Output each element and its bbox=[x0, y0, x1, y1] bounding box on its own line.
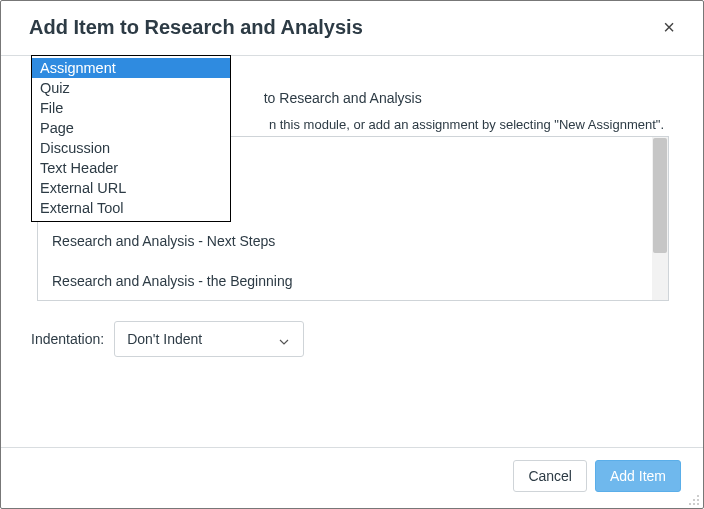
add-item-button[interactable]: Add Item bbox=[595, 460, 681, 492]
dropdown-option-quiz[interactable]: Quiz bbox=[32, 78, 230, 98]
chevron-down-icon bbox=[279, 334, 289, 344]
hint-tail-text: n this module, or add an assignment by s… bbox=[269, 117, 664, 132]
item-type-dropdown[interactable]: Assignment Quiz File Page Discussion Tex… bbox=[31, 55, 231, 222]
svg-point-2 bbox=[693, 499, 695, 501]
dropdown-option-assignment[interactable]: Assignment bbox=[32, 58, 230, 78]
svg-point-4 bbox=[689, 503, 691, 505]
dialog-footer: Cancel Add Item bbox=[1, 447, 703, 508]
dropdown-option-file[interactable]: File bbox=[32, 98, 230, 118]
dropdown-option-text-header[interactable]: Text Header bbox=[32, 158, 230, 178]
svg-point-1 bbox=[697, 495, 699, 497]
scrollbar-thumb[interactable] bbox=[653, 138, 667, 253]
indentation-label: Indentation: bbox=[31, 331, 104, 347]
svg-point-3 bbox=[697, 499, 699, 501]
close-icon: × bbox=[663, 16, 675, 38]
dropdown-option-discussion[interactable]: Discussion bbox=[32, 138, 230, 158]
dropdown-option-external-url[interactable]: External URL bbox=[32, 178, 230, 198]
indentation-row: Indentation: Don't Indent bbox=[31, 321, 673, 357]
list-item[interactable]: Research and Analysis - the Beginning bbox=[38, 257, 668, 297]
dialog-title: Add Item to Research and Analysis bbox=[29, 16, 363, 39]
close-button[interactable]: × bbox=[657, 15, 681, 39]
dialog-header: Add Item to Research and Analysis × bbox=[1, 1, 703, 56]
dropdown-option-page[interactable]: Page bbox=[32, 118, 230, 138]
indentation-value: Don't Indent bbox=[127, 331, 202, 347]
listbox-scrollbar[interactable] bbox=[652, 137, 668, 300]
indentation-select[interactable]: Don't Indent bbox=[114, 321, 304, 357]
list-item[interactable]: Research and Analysis - Next Steps bbox=[38, 217, 668, 257]
svg-point-6 bbox=[697, 503, 699, 505]
add-suffix-text: to Research and Analysis bbox=[264, 90, 422, 106]
cancel-button[interactable]: Cancel bbox=[513, 460, 587, 492]
dialog-body: Add to Research and Analysis Se n this m… bbox=[1, 56, 703, 357]
dropdown-option-external-tool[interactable]: External Tool bbox=[32, 198, 230, 218]
svg-point-5 bbox=[693, 503, 695, 505]
resize-grip-icon[interactable] bbox=[688, 493, 700, 505]
